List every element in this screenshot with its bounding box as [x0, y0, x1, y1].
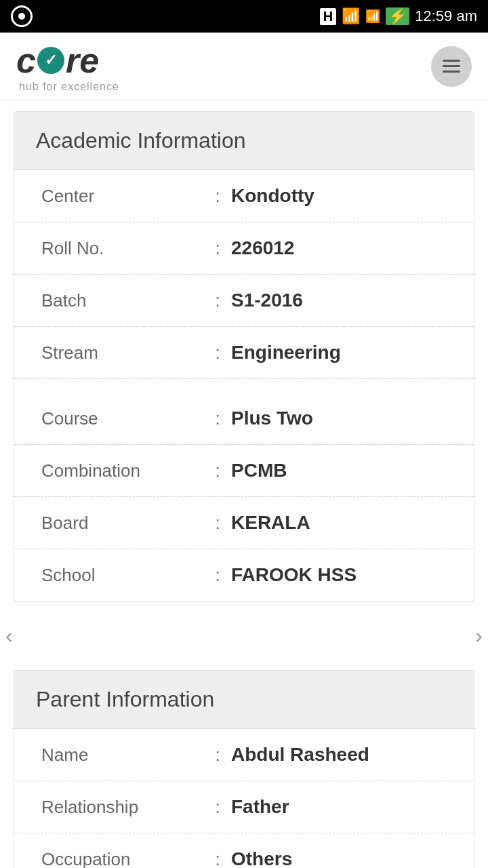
table-row: Roll No. : 226012 [14, 222, 474, 275]
menu-bar-mid [443, 65, 460, 67]
parent-section-title: Parent Information [36, 687, 452, 712]
right-arrow-icon[interactable]: › [475, 623, 483, 648]
label-course: Course [41, 408, 204, 429]
left-arrow-icon[interactable]: ‹ [5, 623, 13, 648]
value-center: Kondotty [231, 185, 447, 207]
status-left-icons [11, 5, 33, 27]
colon-name: : [204, 745, 231, 766]
signal-icon: 📶 [342, 7, 360, 25]
value-occupation: Others [231, 848, 447, 868]
menu-bar-bottom [443, 71, 460, 73]
colon-rollno: : [204, 238, 231, 259]
value-board: KERALA [231, 512, 447, 534]
label-relationship: Relationship [41, 797, 204, 818]
parent-section-header: Parent Information [14, 671, 474, 729]
label-center: Center [41, 186, 204, 207]
logo-c: c [16, 40, 36, 81]
circle-icon [11, 5, 33, 27]
value-course: Plus Two [231, 408, 447, 429]
colon-center: : [204, 186, 231, 207]
menu-button[interactable] [431, 46, 472, 87]
colon-relationship: : [204, 797, 231, 818]
academic-section-header: Academic Information [14, 112, 474, 170]
colon-batch: : [204, 290, 231, 311]
label-combination: Combination [41, 460, 204, 481]
value-rollno: 226012 [231, 237, 447, 259]
colon-course: : [204, 408, 231, 429]
academic-section-title: Academic Information [36, 128, 452, 153]
table-row: Board : KERALA [14, 497, 474, 549]
navbar: c ✓ re hub for excellence [0, 33, 488, 100]
colon-board: : [204, 513, 231, 534]
time-display: 12:59 am [415, 7, 477, 25]
label-name: Name [41, 745, 204, 766]
value-stream: Engineering [231, 342, 447, 363]
table-row: Course : Plus Two [14, 393, 474, 445]
colon-school: : [204, 565, 231, 586]
dot-icon [18, 13, 25, 20]
nav-arrows: ‹ › [0, 612, 488, 659]
value-name: Abdul Rasheed [231, 744, 447, 766]
status-right-icons: H 📶 📶 ⚡ 12:59 am [320, 7, 477, 25]
colon-stream: : [204, 342, 231, 363]
value-school: FAROOK HSS [231, 564, 447, 586]
value-combination: PCMB [231, 460, 447, 481]
logo-ore: re [66, 40, 99, 81]
table-row: Name : Abdul Rasheed [14, 729, 474, 781]
value-relationship: Father [231, 796, 447, 818]
logo-tagline: hub for excellence [19, 81, 119, 93]
parent-info-card: Parent Information Name : Abdul Rasheed … [14, 670, 474, 868]
logo-text: c ✓ re [16, 40, 99, 81]
table-row: Batch : S1-2016 [14, 275, 474, 327]
table-row: Relationship : Father [14, 781, 474, 833]
value-batch: S1-2016 [231, 290, 447, 311]
academic-info-card: Academic Information Center : Kondotty R… [14, 111, 474, 601]
logo: c ✓ re hub for excellence [16, 40, 119, 93]
label-rollno: Roll No. [41, 238, 204, 259]
colon-occupation: : [204, 849, 231, 869]
spacer [14, 379, 474, 393]
label-occupation: Occupation [41, 849, 204, 869]
hamburger-icon [443, 60, 460, 73]
label-board: Board [41, 513, 204, 534]
colon-combination: : [204, 460, 231, 481]
signal2-icon: 📶 [365, 9, 380, 24]
table-row: Occupation : Others [14, 833, 474, 868]
table-row: School : FAROOK HSS [14, 549, 474, 601]
status-bar: H 📶 📶 ⚡ 12:59 am [0, 0, 488, 33]
table-row: Stream : Engineering [14, 327, 474, 379]
network-h-icon: H [320, 8, 336, 25]
label-batch: Batch [41, 290, 204, 311]
logo-checkmark: ✓ [45, 52, 57, 69]
logo-circle: ✓ [37, 47, 64, 74]
menu-bar-top [443, 60, 460, 62]
table-row: Center : Kondotty [14, 170, 474, 222]
label-school: School [41, 565, 204, 586]
table-row: Combination : PCMB [14, 445, 474, 497]
label-stream: Stream [41, 342, 204, 363]
battery-icon: ⚡ [386, 7, 409, 25]
